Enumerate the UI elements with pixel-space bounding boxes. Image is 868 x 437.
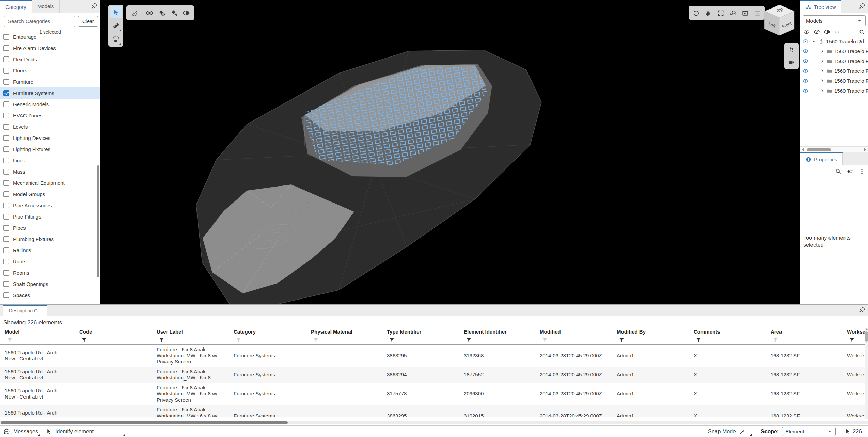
- tree-child-row[interactable]: 1560 Trapelo Rd: [800, 76, 868, 86]
- hide-elements-button[interactable]: [156, 7, 168, 19]
- pin-icon[interactable]: [859, 2, 866, 9]
- chevron-right-icon[interactable]: [820, 68, 825, 74]
- identify-element-tool[interactable]: Identify element: [46, 426, 127, 437]
- messages-button[interactable]: Messages: [0, 426, 42, 437]
- tab-tree-view[interactable]: Tree view: [800, 0, 841, 13]
- scroll-thumb[interactable]: [1, 421, 288, 424]
- category-row[interactable]: Roofs: [0, 256, 100, 267]
- pin-icon[interactable]: [859, 306, 866, 313]
- visibility-eye-icon[interactable]: [803, 38, 808, 44]
- select-tool-button[interactable]: [110, 6, 122, 18]
- more-vertical-icon[interactable]: [859, 168, 865, 175]
- clear-selection-button[interactable]: [128, 7, 140, 19]
- category-row[interactable]: Lines: [0, 155, 100, 166]
- category-row[interactable]: Mass: [0, 166, 100, 177]
- category-row[interactable]: Pipes: [0, 222, 100, 233]
- chevron-right-icon[interactable]: [820, 59, 825, 64]
- category-checkbox[interactable]: [3, 236, 9, 242]
- filter-icon[interactable]: [696, 337, 701, 343]
- visibility-eye-icon[interactable]: [803, 88, 808, 94]
- category-row[interactable]: Levels: [0, 121, 100, 132]
- category-row[interactable]: Fire Alarm Devices: [0, 43, 100, 54]
- category-checkbox[interactable]: [3, 270, 9, 276]
- view-cube[interactable]: Top Left Front: [762, 3, 796, 37]
- scroll-thumb[interactable]: [807, 148, 831, 151]
- category-checkbox[interactable]: [3, 169, 9, 175]
- isolate-elements-button[interactable]: [168, 7, 180, 19]
- filter-icon[interactable]: [389, 337, 395, 343]
- category-row[interactable]: Floors: [0, 65, 100, 76]
- pin-icon[interactable]: [91, 2, 98, 9]
- invert-visibility-icon[interactable]: [824, 29, 830, 35]
- category-checkbox[interactable]: [3, 135, 9, 141]
- category-row[interactable]: Lighting Devices: [0, 132, 100, 144]
- category-checkbox[interactable]: [3, 56, 9, 62]
- fit-view-button[interactable]: [714, 7, 727, 19]
- visibility-eye-icon[interactable]: [803, 48, 808, 54]
- camera-tool-button[interactable]: [786, 57, 798, 68]
- chevron-right-icon[interactable]: [820, 88, 825, 93]
- category-checkbox[interactable]: [3, 247, 9, 253]
- scope-select[interactable]: Element: [782, 427, 836, 436]
- measure-tool-button[interactable]: [110, 20, 122, 32]
- category-checkbox[interactable]: [3, 292, 9, 298]
- category-row[interactable]: Lighting Fixtures: [0, 144, 100, 155]
- filter-icon[interactable]: [313, 337, 319, 343]
- models-select[interactable]: Models: [803, 15, 866, 26]
- category-checkbox[interactable]: [3, 90, 9, 96]
- scroll-thumb[interactable]: [865, 331, 868, 342]
- section-tool-button[interactable]: [110, 33, 122, 45]
- pan-view-button[interactable]: [702, 7, 714, 19]
- filter-icon[interactable]: [619, 337, 625, 343]
- category-row[interactable]: Furniture: [0, 76, 100, 87]
- scroll-right-arrow[interactable]: [864, 148, 866, 151]
- search-icon[interactable]: [835, 168, 841, 175]
- table-horizontal-scrollbar[interactable]: [0, 421, 868, 424]
- category-row[interactable]: Model Groups: [0, 189, 100, 200]
- category-checkbox[interactable]: [3, 45, 9, 51]
- category-row[interactable]: Entourage: [0, 33, 100, 43]
- viewport-3d[interactable]: Top Left Front: [100, 0, 800, 304]
- scroll-up-arrow[interactable]: [865, 328, 868, 330]
- tree-child-row[interactable]: 1560 Trapelo Rd: [800, 46, 868, 56]
- category-row[interactable]: Generic Models: [0, 99, 100, 110]
- filter-icon[interactable]: [159, 337, 164, 343]
- category-row[interactable]: Shaft Openings: [0, 278, 100, 290]
- chevron-right-icon[interactable]: [820, 78, 825, 83]
- tab-models[interactable]: Models: [32, 0, 60, 13]
- category-row[interactable]: Mechanical Equipment: [0, 177, 100, 189]
- tree-horizontal-scrollbar[interactable]: [800, 146, 868, 152]
- snap-mode-button[interactable]: Snap Mode: [708, 426, 753, 437]
- category-checkbox[interactable]: [3, 68, 9, 74]
- property-list-icon[interactable]: [847, 168, 853, 175]
- tab-description-grid[interactable]: Description G...: [3, 305, 47, 316]
- filter-icon[interactable]: [849, 337, 855, 343]
- table-row[interactable]: 1560 Trapelo Rd - Arch New - Central.rvt…: [0, 367, 868, 383]
- emphasize-elements-button[interactable]: [180, 7, 192, 19]
- redo-view-button[interactable]: [751, 7, 763, 19]
- table-row[interactable]: 1560 Trapelo Rd - Arch New - Central.rvt…: [0, 383, 868, 405]
- category-checkbox[interactable]: [3, 113, 9, 118]
- category-row[interactable]: Furniture Systems: [0, 87, 100, 99]
- undo-view-button[interactable]: [739, 7, 751, 19]
- filter-icon[interactable]: [773, 337, 778, 343]
- category-row[interactable]: Pipe Fittings: [0, 211, 100, 222]
- visibility-eye-icon[interactable]: [803, 58, 808, 64]
- category-checkbox[interactable]: [3, 259, 9, 264]
- show-all-button[interactable]: [143, 7, 156, 19]
- filter-icon[interactable]: [81, 337, 87, 343]
- chevron-down-icon[interactable]: [811, 39, 817, 44]
- category-checkbox[interactable]: [3, 158, 9, 163]
- category-checkbox[interactable]: [3, 101, 9, 107]
- chevron-right-icon[interactable]: [820, 49, 825, 54]
- tree-child-row[interactable]: 1560 Trapelo Rd: [800, 56, 868, 66]
- tree-child-row[interactable]: 1560 Trapelo Rd: [800, 66, 868, 76]
- show-all-icon[interactable]: [803, 29, 810, 35]
- category-row[interactable]: HVAC Zones: [0, 110, 100, 121]
- search-input[interactable]: [4, 16, 75, 27]
- rotate-view-button[interactable]: [690, 7, 702, 19]
- category-row[interactable]: Rooms: [0, 267, 100, 278]
- category-checkbox[interactable]: [3, 146, 9, 152]
- filter-icon[interactable]: [236, 337, 241, 343]
- category-checkbox[interactable]: [3, 79, 9, 85]
